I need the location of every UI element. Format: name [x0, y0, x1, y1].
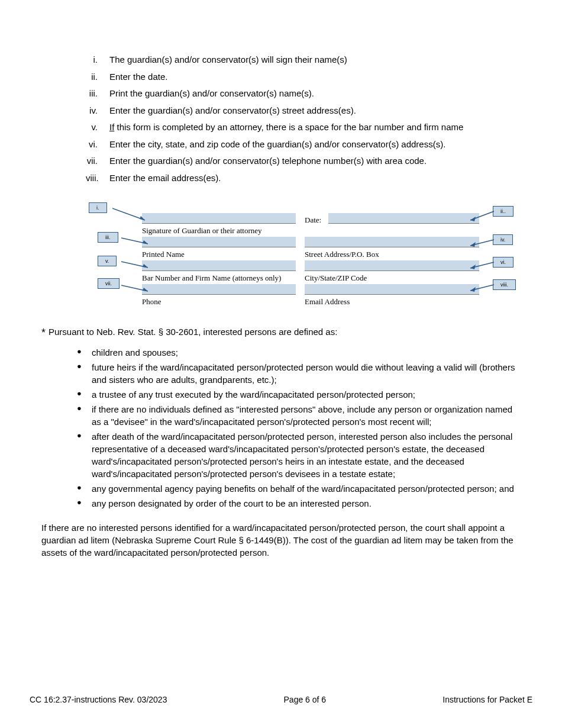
footer-center: Page 6 of 6 — [284, 695, 327, 704]
callout-iii: iii. — [98, 232, 118, 243]
list-marker: vi. — [86, 138, 109, 152]
list-text: Print the guardian(s) and/or conservator… — [109, 87, 521, 101]
list-item: v. If this form is completed by an attor… — [86, 121, 521, 134]
list-item: ●any governmental agency paying benefits… — [77, 482, 521, 495]
callout-vii: vii. — [98, 278, 119, 289]
callout-iv: iv. — [493, 234, 513, 245]
list-marker: i. — [86, 53, 109, 67]
city-label: City/State/ZIP Code — [305, 273, 367, 283]
list-item: iii. Print the guardian(s) and/or conser… — [86, 87, 521, 101]
date-field — [328, 213, 479, 224]
bullet-list: ●children and spouses; ●future heirs if … — [77, 346, 521, 510]
callout-v: v. — [98, 256, 117, 266]
list-item: vii. Enter the guardian(s) and/or conser… — [86, 154, 521, 168]
street-label: Street Address/P.O. Box — [305, 250, 379, 259]
phone-label: Phone — [142, 297, 162, 307]
list-text: Enter the city, state, and zip code of t… — [109, 138, 521, 152]
list-marker: viii. — [86, 172, 109, 185]
email-field — [305, 284, 479, 295]
closing-paragraph: If there are no interested persons ident… — [41, 521, 521, 559]
email-label: Email Address — [305, 297, 350, 307]
callout-viii: viii. — [493, 279, 516, 290]
list-marker: ii. — [86, 70, 109, 84]
callout-i: i. — [89, 202, 107, 213]
list-item: viii. Enter the email address(es). — [86, 172, 521, 185]
list-item: vi. Enter the city, state, and zip code … — [86, 138, 521, 152]
instruction-list: i. The guardian(s) and/or conservator(s)… — [86, 53, 521, 185]
list-item: ●a trustee of any trust executed by the … — [77, 388, 521, 401]
list-text: If this form is completed by an attorney… — [109, 121, 521, 134]
list-marker: iv. — [86, 104, 109, 118]
phone-field — [142, 284, 296, 295]
list-marker: vii. — [86, 154, 109, 168]
list-item: ii. Enter the date. — [86, 70, 521, 84]
street-field — [305, 237, 479, 247]
list-text: Enter the email address(es). — [109, 172, 521, 185]
list-item: ●any person designated by order of the c… — [77, 497, 521, 510]
printed-name-field — [142, 237, 296, 247]
date-label: Date: — [305, 215, 321, 225]
list-text: Enter the date. — [109, 70, 521, 84]
callout-vi: vi. — [493, 257, 513, 268]
bar-label: Bar Number and Firm Name (attorneys only… — [142, 273, 281, 283]
list-item: ●after death of the ward/incapacitated p… — [77, 430, 521, 480]
list-text: The guardian(s) and/or conservator(s) wi… — [109, 53, 521, 67]
list-marker: v. — [86, 121, 109, 134]
svg-line-0 — [112, 208, 145, 220]
list-text: Enter the guardian(s) and/or conservator… — [109, 154, 521, 168]
form-diagram: Date: Signature of Guardian or their att… — [65, 202, 521, 303]
signature-label: Signature of Guardian or their attorney — [142, 226, 262, 236]
bar-field — [142, 260, 296, 271]
printed-name-label: Printed Name — [142, 250, 185, 259]
footer-right: Instructions for Packet E — [443, 695, 532, 704]
signature-field — [142, 213, 296, 224]
list-text: Enter the guardian(s) and/or conservator… — [109, 104, 521, 118]
footer-left: CC 16:2.37-instructions Rev. 03/2023 — [30, 695, 167, 704]
callout-ii: ii.. — [493, 206, 513, 217]
list-item: ●children and spouses; — [77, 346, 521, 359]
list-item: iv. Enter the guardian(s) and/or conserv… — [86, 104, 521, 118]
list-item: ●if there are no individuals defined as … — [77, 403, 521, 428]
list-item: ●future heirs if the ward/incapacitated … — [77, 361, 521, 386]
definition-intro: * Pursuant to Neb. Rev. Stat. § 30-2601,… — [41, 327, 521, 339]
page-footer: CC 16:2.37-instructions Rev. 03/2023 Pag… — [30, 695, 532, 704]
list-marker: iii. — [86, 87, 109, 101]
list-item: i. The guardian(s) and/or conservator(s)… — [86, 53, 521, 67]
city-field — [305, 260, 479, 271]
definition-section: * Pursuant to Neb. Rev. Stat. § 30-2601,… — [41, 327, 521, 559]
